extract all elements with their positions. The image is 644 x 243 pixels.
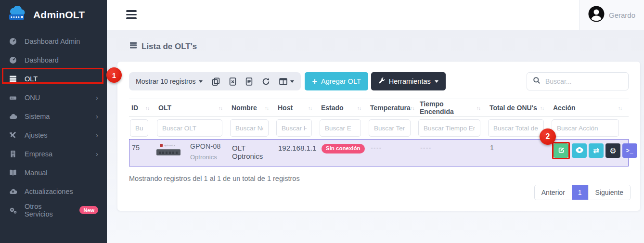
sort-icon[interactable] [411,105,414,111]
sidebar-item-onu[interactable]: ONU [0,88,107,107]
sidebar-item-label: Ajustes [25,131,48,139]
gears-icon [9,206,17,214]
chevron-down-icon [290,80,294,83]
column-header-nombre[interactable]: Nombre [229,104,275,112]
transfer-button[interactable] [589,143,604,158]
sidebar-item-label: OLT [25,75,38,83]
sidebar-item-otros-servicios[interactable]: Otros Servicios New [0,201,107,219]
filter-temperatura-input[interactable] [369,119,411,137]
column-header-id[interactable]: ID [129,104,156,112]
sort-icon[interactable] [145,105,149,111]
chevron-right-icon [96,150,98,157]
column-header-temperatura[interactable]: Temperatura [368,104,417,112]
sort-icon[interactable] [219,105,222,111]
olt-model: GPON-08 [190,142,221,150]
filter-estado-input[interactable] [320,119,361,137]
filter-nombre-input[interactable] [230,119,269,137]
records-summary: Mostrando registros del 1 al 1 de un tot… [129,175,629,182]
olt-device-image: optronics [156,142,181,161]
column-header-total-onus[interactable]: Total de ONU's [487,104,551,112]
sidebar-item-olt[interactable]: OLT [0,69,107,88]
sidebar-item-empresa[interactable]: Empresa [0,144,107,163]
cloud-icon [9,113,17,120]
annotation-step1-marker: 1 [106,67,122,83]
gauge-icon [9,56,17,64]
cell-id: 75 [129,140,156,152]
sidebar-item-label: Sistema [25,113,50,120]
column-visibility-button[interactable] [279,78,294,85]
search-input[interactable] [545,77,622,85]
server-stack-icon [9,75,17,83]
book-icon [9,169,17,177]
gauge-icon [9,38,17,45]
sidebar-menu: Dashboard Admin Dashboard OLT ONU Sis [0,30,107,219]
filter-olt-input[interactable] [157,119,222,137]
sort-icon[interactable] [265,105,269,111]
edit-pencil-icon [558,147,565,155]
records-per-page-dropdown[interactable]: Mostrar 10 registros [136,77,203,85]
olt-vendor: Optronics [190,153,221,161]
sidebar-item-manual[interactable]: Manual [0,163,107,182]
filter-accion-input[interactable] [552,119,619,137]
column-header-tiempo-encendida[interactable]: Tiempo Encendida [417,100,487,115]
page-title: Lista de OLT's [129,41,197,51]
cell-host: 192.168.1.1 [276,140,319,152]
filter-host-input[interactable] [276,119,312,137]
view-button[interactable] [572,143,587,158]
sidebar-item-ajustes[interactable]: Ajustes [0,126,107,144]
sidebar-item-sistema[interactable]: Sistema [0,107,107,126]
wrench-icon [378,77,385,86]
column-header-accion[interactable]: Acción [551,104,629,112]
settings-button[interactable] [605,143,620,158]
sidebar-item-actualizaciones[interactable]: Actualizaciones [0,182,107,201]
olt-chassis-graphic [156,149,180,155]
column-header-estado[interactable]: Estado [319,104,368,112]
sort-icon[interactable] [618,105,622,111]
new-badge: New [79,206,98,214]
table-row[interactable]: 75 optronics GPON-08 Optronics OLT Optro… [129,139,629,166]
vendor-logo-icon [160,144,163,147]
table-header-row: ID OLT Nombre Host Estado Temperatura Ti… [129,99,629,117]
eye-icon [576,147,583,154]
export-file-button[interactable] [245,77,253,86]
annotation-step2-box [552,142,570,159]
pagination: Anterior 1 Siguiente [534,185,631,200]
sidebar-item-dashboard-admin[interactable]: Dashboard Admin [0,32,107,51]
terminal-button[interactable] [622,143,637,158]
copy-button[interactable] [212,77,220,86]
sort-icon[interactable] [477,105,480,111]
tools-dropdown-button[interactable]: Herramientas [371,72,446,90]
page-title-text: Lista de OLT's [142,42,197,51]
edit-button[interactable] [554,143,568,158]
user-menu[interactable]: Gerardo [579,0,644,30]
sidebar-item-label: Manual [25,169,48,177]
sidebar-item-label: Empresa [25,150,52,158]
chevron-right-icon [96,113,98,120]
table-controls: Mostrar 10 registros [129,72,629,90]
cloud-upload-icon [9,188,17,195]
sort-icon[interactable] [357,105,361,111]
cell-olt: optronics GPON-08 Optronics [156,140,230,161]
export-excel-button[interactable] [229,77,236,86]
filter-tiempo-input[interactable] [418,119,480,137]
sidebar-item-dashboard[interactable]: Dashboard [0,51,107,69]
sort-icon[interactable] [540,105,544,111]
server-stack-icon [129,41,138,51]
column-header-olt[interactable]: OLT [156,104,229,112]
filter-id-input[interactable] [130,119,148,137]
cloud-router-logo-icon [8,6,30,24]
add-olt-button[interactable]: Agregar OLT [305,72,368,90]
brand-name: AdminOLT [33,9,85,21]
export-button-group: Mostrar 10 registros [129,72,301,90]
filter-total-input[interactable] [488,119,544,137]
hamburger-menu-icon[interactable] [126,10,137,19]
pagination-previous-button[interactable]: Anterior [535,185,572,200]
topbar: Gerardo [107,0,644,30]
column-header-host[interactable]: Host [275,104,319,112]
sort-icon[interactable] [308,105,312,111]
pagination-page-1-button[interactable]: 1 [572,185,588,200]
plus-icon [312,77,317,86]
refresh-button[interactable] [262,77,270,86]
brand-logo[interactable]: AdminOLT [0,0,107,30]
pagination-next-button[interactable]: Siguiente [588,185,630,200]
